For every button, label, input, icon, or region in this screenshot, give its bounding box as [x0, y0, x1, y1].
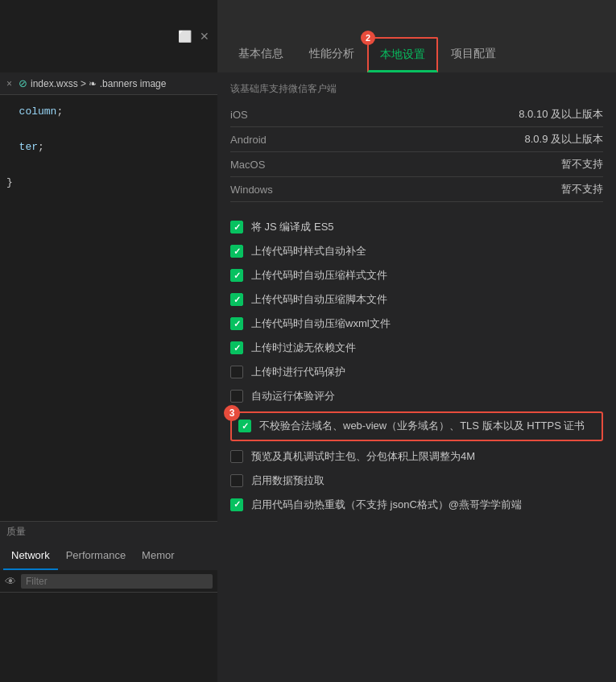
code-line-3: ter;	[6, 138, 211, 156]
tab-network[interactable]: Network	[3, 541, 58, 570]
checkbox-es5-label: 将 JS 编译成 ES5	[251, 220, 334, 234]
tab-performance[interactable]: Performance	[58, 541, 134, 570]
code-line-2	[6, 121, 211, 138]
checkbox-es5-box[interactable]: ✓	[230, 221, 243, 234]
platform-title: 该基础库支持微信客户端	[230, 82, 603, 96]
checkbox-filter-deps[interactable]: ✓ 上传时过滤无依赖文件	[230, 336, 603, 360]
bottom-tabs-bar: Network Performance Memor	[0, 541, 217, 570]
checkbox-preview-pkg-label: 预览及真机调试时主包、分包体积上限调整为4M	[251, 449, 475, 464]
info-row-windows: Windows 暂不支持	[230, 177, 603, 202]
checkbox-no-verify-label: 不校验合法域名、web-view（业务域名）、TLS 版本以及 HTTPS 证书	[259, 418, 585, 435]
windows-value: 暂不支持	[561, 182, 603, 196]
platform-info-section: 该基础库支持微信客户端 iOS 8.0.10 及以上版本 Android 8.0…	[230, 82, 603, 202]
tab-perf-analysis[interactable]: 性能分析	[296, 37, 367, 72]
info-row-ios: iOS 8.0.10 及以上版本	[230, 102, 603, 127]
checkbox-no-verify[interactable]: 3 ✓ 不校验合法域名、web-view（业务域名）、TLS 版本以及 HTTP…	[230, 411, 603, 441]
code-editor: column; ter; }	[0, 95, 217, 200]
windows-label: Windows	[230, 184, 273, 196]
settings-content: 该基础库支持微信客户端 iOS 8.0.10 及以上版本 Android 8.0…	[217, 72, 616, 682]
code-line-5: }	[6, 174, 211, 192]
panel-label: 质量	[6, 525, 26, 539]
panel-label-row: 质量	[0, 522, 217, 541]
checkbox-style-label: 上传代码时样式自动补全	[251, 244, 366, 258]
checkbox-compress-style-box[interactable]: ✓	[230, 269, 243, 282]
checkbox-compress-wxml[interactable]: ✓ 上传代码时自动压缩wxml文件	[230, 312, 603, 336]
window-controls: ⬜ ✕	[178, 30, 209, 43]
checkbox-protect-label: 上传时进行代码保护	[251, 365, 345, 379]
checkbox-protect-box[interactable]	[230, 366, 243, 378]
checkbox-filter-deps-box[interactable]: ✓	[230, 341, 243, 354]
info-row-macos: MacOS 暂不支持	[230, 152, 603, 177]
checkbox-prefetch-box[interactable]	[230, 474, 243, 487]
eye-icon[interactable]: 👁	[5, 575, 16, 588]
checkbox-compress-style[interactable]: ✓ 上传代码时自动压缩样式文件	[230, 263, 603, 287]
breadcrumb-close[interactable]: ×	[6, 78, 12, 89]
checkbox-preview-pkg-box[interactable]	[230, 450, 243, 463]
checkbox-compress-script-box[interactable]: ✓	[230, 293, 243, 306]
macos-label: MacOS	[230, 159, 265, 171]
tab-local-settings[interactable]: 本地设置 2	[367, 37, 438, 72]
ios-value: 8.0.10 及以上版本	[519, 107, 603, 122]
checkbox-compress-wxml-box[interactable]: ✓	[230, 317, 243, 330]
checkbox-protect[interactable]: 上传时进行代码保护	[230, 360, 603, 384]
checkbox-es5[interactable]: ✓ 将 JS 编译成 ES5	[230, 215, 603, 239]
close-icon[interactable]: ✕	[200, 30, 209, 43]
android-value: 8.0.9 及以上版本	[524, 132, 603, 147]
tab-project-config[interactable]: 项目配置	[438, 37, 509, 72]
checkbox-compress-style-label: 上传代码时自动压缩样式文件	[251, 268, 387, 283]
checkbox-style-box[interactable]: ✓	[230, 245, 243, 258]
checkbox-auto-eval-box[interactable]	[230, 390, 243, 403]
settings-tabs-bar: 基本信息 性能分析 本地设置 2 项目配置	[217, 0, 616, 72]
checkbox-no-verify-box[interactable]: ✓	[238, 420, 251, 432]
android-label: Android	[230, 134, 267, 146]
info-row-android: Android 8.0.9 及以上版本	[230, 127, 603, 152]
file-icon: ⊘	[19, 77, 27, 89]
checkbox-auto-eval[interactable]: 自动运行体验评分	[230, 384, 603, 408]
checkbox-auto-eval-label: 自动运行体验评分	[251, 389, 335, 403]
filter-bar: 👁	[0, 570, 217, 593]
ios-label: iOS	[230, 109, 248, 121]
checkbox-hot-reload[interactable]: ✓ 启用代码自动热重载（不支持 jsonC格式）@燕哥学学前端	[230, 493, 603, 517]
macos-value: 暂不支持	[561, 157, 603, 172]
checkbox-style[interactable]: ✓ 上传代码时样式自动补全	[230, 239, 603, 263]
tab-memory[interactable]: Memor	[134, 541, 182, 570]
checkbox-compress-script[interactable]: ✓ 上传代码时自动压缩脚本文件	[230, 287, 603, 312]
filter-input[interactable]	[21, 574, 213, 589]
checkbox-prefetch[interactable]: 启用数据预拉取	[230, 469, 603, 493]
code-line-4	[6, 156, 211, 174]
badge-2: 2	[361, 31, 375, 45]
badge-3: 3	[224, 405, 240, 421]
checkbox-compress-script-label: 上传代码时自动压缩脚本文件	[251, 292, 387, 307]
breadcrumb-path: index.wxss > ❧ .banners image	[31, 78, 166, 89]
tab-basic[interactable]: 基本信息	[225, 37, 296, 72]
maximize-icon[interactable]: ⬜	[178, 30, 192, 43]
checkbox-compress-wxml-label: 上传代码时自动压缩wxml文件	[251, 316, 391, 331]
checkbox-preview-pkg[interactable]: 预览及真机调试时主包、分包体积上限调整为4M	[230, 444, 603, 469]
checkbox-hot-reload-label: 启用代码自动热重载（不支持 jsonC格式）@燕哥学学前端	[251, 498, 522, 512]
checkbox-filter-deps-label: 上传时过滤无依赖文件	[251, 341, 356, 355]
code-line-1: column;	[6, 103, 211, 121]
checkbox-hot-reload-box[interactable]: ✓	[230, 498, 243, 511]
breadcrumb: × ⊘ index.wxss > ❧ .banners image	[0, 72, 217, 95]
checkbox-prefetch-label: 启用数据预拉取	[251, 473, 325, 488]
